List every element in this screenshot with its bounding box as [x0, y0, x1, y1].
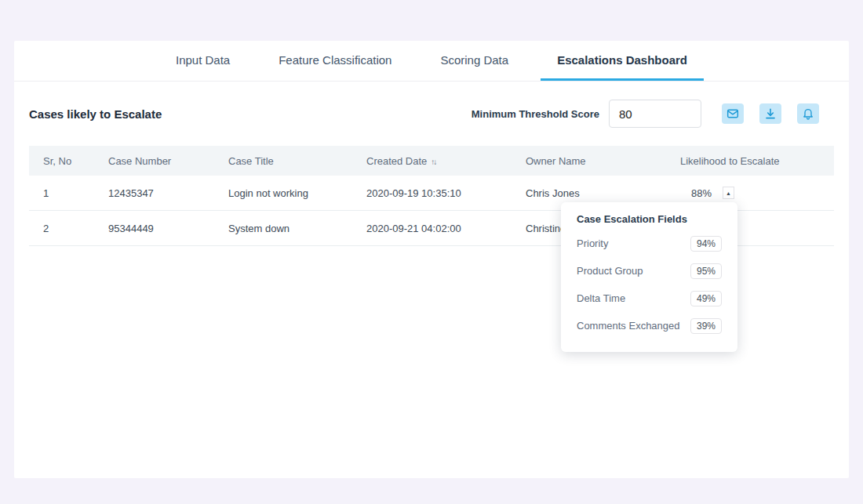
field-label: Comments Exchanged	[577, 320, 680, 332]
cell-created-date: 2020-09-19 10:35:10	[366, 187, 526, 199]
popover-field-row: Comments Exchanged 39%	[577, 312, 722, 339]
col-header-case-title: Case Title	[228, 155, 366, 167]
cell-owner-name: Chris Jones	[526, 187, 680, 199]
tab-escalations-dashboard[interactable]: Escalations Dashboard	[541, 41, 704, 81]
popover-title: Case Escalation Fields	[577, 213, 722, 225]
mail-icon	[726, 107, 739, 120]
tab-bar: Input Data Feature Classification Scorin…	[14, 41, 849, 82]
mail-button[interactable]	[722, 103, 744, 124]
cell-created-date: 2020-09-21 04:02:00	[366, 223, 526, 234]
cell-case-title: Login not working	[228, 187, 366, 199]
notification-button[interactable]	[797, 103, 819, 124]
field-label: Product Group	[577, 265, 643, 277]
field-value-badge: 39%	[690, 318, 722, 334]
popover-field-row: Priority 94%	[577, 230, 722, 257]
sort-icon[interactable]: ↑↓	[431, 158, 435, 166]
cell-sr-no: 2	[43, 223, 108, 234]
download-icon	[764, 107, 777, 120]
col-header-case-number: Case Number	[108, 155, 228, 167]
cell-case-number: 95344449	[108, 223, 228, 234]
cell-sr-no: 1	[43, 187, 108, 199]
tab-input-data[interactable]: Input Data	[159, 41, 246, 81]
field-value-badge: 49%	[690, 291, 722, 306]
col-header-owner-name: Owner Name	[526, 155, 680, 167]
caret-up-icon: ▲	[726, 190, 731, 196]
page-title: Cases likely to Escalate	[29, 107, 162, 121]
cell-case-title: System down	[228, 223, 366, 234]
tab-scoring-data[interactable]: Scoring Data	[424, 41, 525, 81]
table-header-row: Sr, No Case Number Case Title Created Da…	[29, 146, 834, 176]
cell-case-number: 12435347	[108, 187, 228, 199]
col-header-sr-no: Sr, No	[43, 155, 108, 167]
bell-icon	[802, 107, 814, 120]
col-header-likelihood: Likelihood to Escalate	[680, 155, 834, 167]
popover-field-row: Delta Time 49%	[577, 285, 722, 312]
download-button[interactable]	[759, 103, 781, 124]
threshold-input[interactable]	[609, 100, 701, 128]
field-value-badge: 94%	[690, 236, 722, 252]
field-value-badge: 95%	[690, 263, 722, 279]
field-label: Priority	[577, 237, 608, 249]
threshold-label: Minimum Threshold Score	[472, 108, 599, 120]
popover-field-row: Product Group 95%	[577, 257, 722, 285]
col-header-created-date[interactable]: Created Date↑↓	[366, 155, 526, 167]
created-date-label: Created Date	[366, 155, 427, 167]
likelihood-value: 88%	[691, 187, 712, 199]
collapse-row-button[interactable]: ▲	[723, 187, 734, 199]
toolbar: Cases likely to Escalate Minimum Thresho…	[14, 82, 849, 146]
case-escalation-popover: Case Escalation Fields Priority 94% Prod…	[561, 202, 737, 352]
tab-feature-classification[interactable]: Feature Classification	[262, 41, 408, 81]
field-label: Delta Time	[577, 292, 625, 304]
cell-likelihood: 88% ▲	[680, 187, 834, 199]
